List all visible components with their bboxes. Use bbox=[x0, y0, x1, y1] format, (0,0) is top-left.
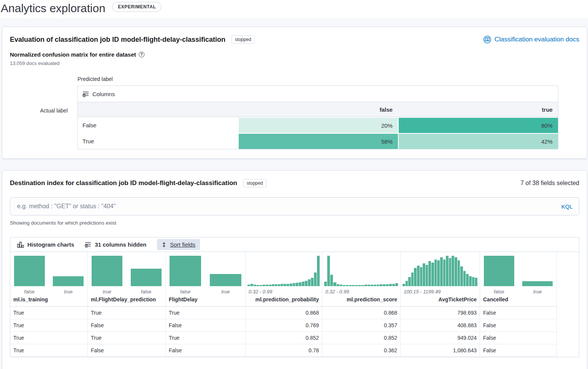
grid-column-header[interactable]: truefalseml.FlightDelay_prediction bbox=[88, 252, 166, 306]
table-cell[interactable]: False bbox=[480, 307, 557, 319]
column-name: ml.prediction_score bbox=[322, 295, 400, 306]
table-cell[interactable]: 949.024 bbox=[401, 332, 480, 344]
grid-body: falsetrueml.is_trainingtruefalseml.Fligh… bbox=[10, 252, 557, 357]
confusion-matrix-table: Columns false true False20%80%True58%42% bbox=[78, 86, 558, 149]
table-cell[interactable]: 0.357 bbox=[322, 319, 401, 331]
histogram-bar bbox=[395, 283, 398, 286]
histogram-bar bbox=[281, 284, 283, 286]
histogram-bar bbox=[14, 256, 45, 286]
histogram-labels: 0.32 - 0.99 bbox=[322, 289, 400, 295]
table-cell[interactable]: 408.883 bbox=[401, 319, 480, 331]
histogram-bar bbox=[275, 284, 277, 286]
histogram-bar bbox=[266, 285, 268, 286]
matrix-cell: 20% bbox=[238, 117, 398, 133]
table-cell[interactable]: False bbox=[480, 319, 557, 331]
docs-link-label: Classification evaluation docs bbox=[494, 36, 579, 43]
table-cell[interactable]: False bbox=[88, 319, 166, 331]
docs-icon bbox=[483, 35, 491, 44]
histogram-bar bbox=[469, 276, 472, 286]
table-cell[interactable]: True bbox=[10, 344, 88, 356]
histogram-bar bbox=[466, 274, 469, 286]
column-name: ml.is_training bbox=[10, 295, 87, 306]
evaluation-panel-header: Evaluation of classification job ID mode… bbox=[10, 35, 579, 44]
grid-column-header[interactable]: falsetrueCancelled bbox=[480, 252, 557, 306]
table-cell[interactable]: 0.78 bbox=[246, 344, 322, 356]
histogram-bar bbox=[371, 285, 373, 286]
table-cell[interactable]: 0.852 bbox=[246, 332, 322, 344]
matrix-cell: 42% bbox=[398, 133, 558, 149]
histogram-bar bbox=[522, 281, 553, 286]
table-cell[interactable]: 0.868 bbox=[246, 307, 322, 319]
table-cell[interactable]: 798.693 bbox=[401, 307, 480, 319]
column-histogram bbox=[246, 255, 322, 286]
histogram-bar bbox=[358, 285, 361, 286]
table-cell[interactable]: 0.769 bbox=[246, 319, 322, 331]
actual-label: Actual label bbox=[10, 86, 78, 149]
histogram-labels: falsetrue bbox=[10, 289, 87, 295]
sort-icon bbox=[162, 242, 166, 248]
columns-hidden-button[interactable]: 31 columns hidden bbox=[85, 241, 146, 248]
histogram-bar bbox=[380, 284, 382, 286]
grid-column-header[interactable]: falsetrueFlightDelay bbox=[166, 252, 246, 306]
histogram-bar bbox=[254, 285, 256, 286]
histogram-bar bbox=[452, 256, 454, 286]
confusion-matrix-heading: Normalized confusion matrix for entire d… bbox=[10, 51, 136, 58]
table-cell[interactable]: False bbox=[166, 319, 246, 331]
grid-header: falsetrueml.is_trainingtruefalseml.Fligh… bbox=[10, 252, 557, 307]
table-cell[interactable]: 0.852 bbox=[322, 332, 401, 344]
column-histogram bbox=[480, 255, 556, 286]
table-cell[interactable]: 1,080.643 bbox=[401, 344, 480, 356]
histogram-bar bbox=[287, 284, 289, 286]
table-cell[interactable]: True bbox=[88, 332, 166, 344]
table-cell[interactable]: True bbox=[10, 332, 88, 344]
table-cell[interactable]: True bbox=[88, 307, 166, 319]
table-cell[interactable]: 0.868 bbox=[322, 307, 401, 319]
table-cell[interactable]: False bbox=[480, 344, 557, 356]
histogram-bar bbox=[324, 282, 327, 286]
table-cell[interactable]: True bbox=[10, 319, 88, 331]
grid-column-header[interactable]: 0.32 - 0.99ml.prediction_probability bbox=[246, 252, 322, 306]
column-histogram bbox=[322, 255, 400, 286]
classification-evaluation-docs-link[interactable]: Classification evaluation docs bbox=[483, 35, 579, 44]
table-cell[interactable]: False bbox=[480, 332, 557, 344]
histogram-bar bbox=[302, 282, 304, 286]
confusion-matrix-rows: False20%80%True58%42% bbox=[78, 117, 558, 149]
table-cell[interactable]: False bbox=[166, 344, 246, 356]
histogram-bar bbox=[426, 265, 428, 286]
table-cell[interactable]: True bbox=[166, 307, 246, 319]
histogram-bar bbox=[411, 272, 414, 286]
columns-button-label: Columns bbox=[92, 91, 115, 97]
matrix-row-label: False bbox=[78, 117, 238, 133]
column-histogram bbox=[166, 255, 245, 286]
search-input[interactable] bbox=[16, 203, 556, 210]
columns-hidden-label: 31 columns hidden bbox=[95, 241, 146, 248]
table-row: TrueTrueTrue0.8680.868798.693False bbox=[10, 307, 557, 319]
help-icon[interactable]: ? bbox=[139, 52, 144, 57]
columns-button[interactable]: Columns bbox=[78, 86, 558, 102]
histogram-bar bbox=[423, 263, 425, 286]
histogram-labels: 100.15 - 1199.49 bbox=[401, 289, 480, 295]
histogram-charts-button[interactable]: Histogram charts bbox=[17, 241, 74, 248]
table-cell[interactable]: True bbox=[10, 307, 88, 319]
kql-button[interactable]: KQL bbox=[561, 203, 573, 210]
grid-column-header[interactable]: 100.15 - 1199.49AvgTicketPrice bbox=[401, 252, 480, 306]
histogram-bar bbox=[340, 285, 342, 286]
table-cell[interactable]: True bbox=[166, 332, 246, 344]
histogram-bar bbox=[263, 285, 265, 286]
sort-fields-button[interactable]: Sort fields bbox=[157, 239, 200, 250]
table-cell[interactable]: False bbox=[88, 344, 166, 356]
grid-rows: TrueTrueTrue0.8680.868798.693FalseTrueFa… bbox=[10, 307, 557, 357]
grid-column-header[interactable]: falsetrueml.is_training bbox=[10, 252, 88, 306]
grid-toolbar: Histogram charts bbox=[10, 238, 579, 252]
histogram-bar bbox=[458, 260, 460, 286]
table-cell[interactable]: 0.362 bbox=[322, 344, 401, 356]
histogram-bar bbox=[443, 260, 446, 286]
page-title: Analytics exploration bbox=[1, 2, 105, 15]
histogram-bar bbox=[355, 285, 358, 286]
histogram-bar bbox=[446, 256, 449, 286]
predicted-label: Predicted label bbox=[78, 76, 579, 82]
matrix-row-label: True bbox=[78, 133, 238, 149]
histogram-labels: falsetrue bbox=[166, 289, 245, 295]
histogram-bar bbox=[308, 279, 311, 286]
grid-column-header[interactable]: 0.32 - 0.99ml.prediction_score bbox=[322, 252, 401, 306]
